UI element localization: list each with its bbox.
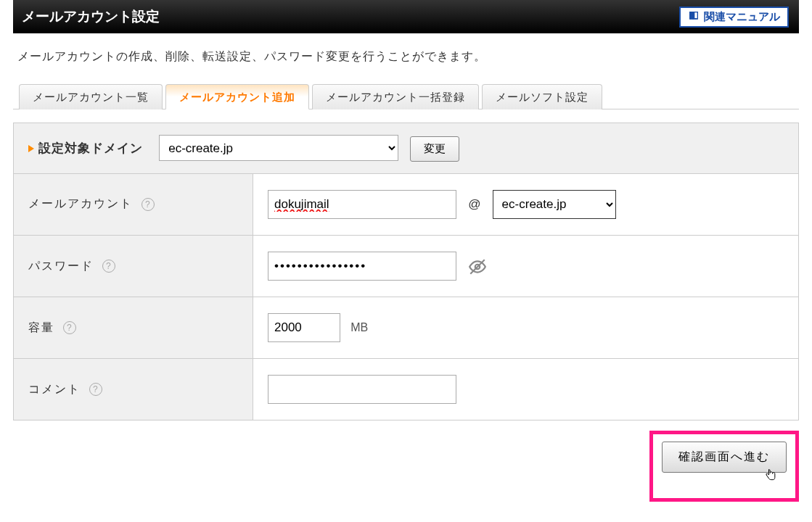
password-label: パスワード xyxy=(28,260,94,272)
tab-account-add[interactable]: メールアカウント追加 xyxy=(165,84,309,109)
book-icon xyxy=(688,10,700,24)
mail-account-domain-select[interactable]: ec-create.jp xyxy=(493,190,616,219)
password-input[interactable] xyxy=(268,252,456,281)
help-icon[interactable]: ? xyxy=(102,260,115,273)
capacity-unit: MB xyxy=(350,321,368,334)
page-title: メールアカウント設定 xyxy=(22,7,160,26)
comment-label: コメント xyxy=(28,383,81,395)
tab-mail-software[interactable]: メールソフト設定 xyxy=(482,84,602,109)
target-domain-select[interactable]: ec-create.jp xyxy=(159,135,398,161)
arrow-right-icon xyxy=(28,145,34,152)
page-header: メールアカウント設定 関連マニュアル xyxy=(13,0,799,33)
related-manual-label: 関連マニュアル xyxy=(704,10,780,24)
help-icon[interactable]: ? xyxy=(142,198,155,211)
eye-off-icon[interactable] xyxy=(468,257,487,276)
change-domain-button[interactable]: 変更 xyxy=(410,136,459,162)
submit-highlight-box: 確認画面へ進む xyxy=(649,431,799,502)
capacity-input[interactable] xyxy=(268,313,340,342)
help-icon[interactable]: ? xyxy=(63,321,76,334)
comment-input[interactable] xyxy=(268,375,456,404)
related-manual-button[interactable]: 関連マニュアル xyxy=(679,7,789,28)
tab-account-list[interactable]: メールアカウント一覧 xyxy=(19,84,163,109)
confirm-submit-button[interactable]: 確認画面へ進む xyxy=(662,442,787,473)
mail-account-label: メールアカウント xyxy=(28,197,133,210)
tab-account-bulk[interactable]: メールアカウント一括登録 xyxy=(312,84,479,109)
target-domain-label: 設定対象ドメイン xyxy=(28,140,143,157)
form-table: 設定対象ドメイン ec-create.jp 変更 メールアカウント ? @ ec… xyxy=(13,123,799,420)
at-symbol: @ xyxy=(468,197,480,211)
mail-account-input[interactable] xyxy=(268,190,456,219)
page-description: メールアカウントの作成、削除、転送設定、パスワード変更を行うことができます。 xyxy=(17,49,797,65)
capacity-label: 容量 xyxy=(28,321,54,334)
help-icon[interactable]: ? xyxy=(89,383,102,396)
tabs: メールアカウント一覧 メールアカウント追加 メールアカウント一括登録 メールソフ… xyxy=(13,83,799,109)
